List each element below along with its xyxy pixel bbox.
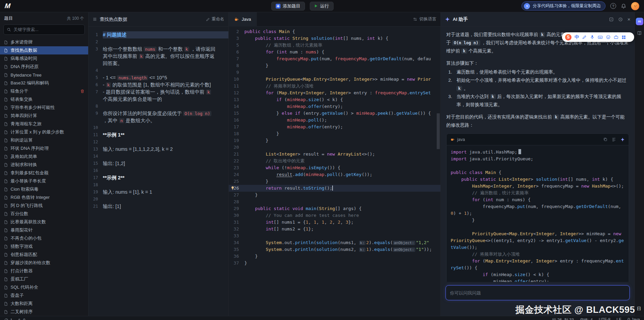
editor-line[interactable]: 22 // 取出堆中的元素 [229, 158, 440, 164]
problem-line[interactable]: 14 [88, 153, 228, 160]
ime-logo-icon[interactable]: S [565, 34, 571, 41]
editor-line[interactable]: 5 // 遍历数组，统计元素频率 [229, 42, 440, 49]
editor-line[interactable]: 16 minHeap.poll(); [229, 117, 440, 124]
sidebar-item[interactable]: 进制求和转换 [0, 161, 88, 169]
editor-line[interactable]: 31 int[] nums1 = {1, 1, 1, 2, 2, 3}; [229, 219, 440, 226]
rename-button[interactable]: 重命名 [206, 16, 225, 22]
problem-line[interactable]: 11**示例 1** [88, 131, 228, 139]
problem-line[interactable]: 21输出: [1] [88, 203, 228, 210]
editor-line[interactable]: 30 // You can add more test cases here [229, 212, 440, 219]
editor-line[interactable]: 29 public static void main(String[] args… [229, 205, 440, 212]
sidebar-item[interactable]: 壶盘子 [0, 291, 88, 300]
editor-line[interactable]: 2public class Main { [229, 28, 440, 35]
sidebar-item[interactable]: 多米诺骨牌 [0, 38, 88, 46]
editor-line[interactable]: 23 while (!minHeap.isEmpty()) { [229, 164, 440, 171]
editor-line[interactable]: 34 System.out.println(solution(nums1, k:… [229, 239, 440, 246]
sidebar-item[interactable]: Bytedance Tree [0, 71, 88, 79]
keyboard-icon[interactable] [598, 35, 603, 40]
sidebar-item[interactable]: 猜数字游戏 [0, 242, 88, 251]
problem-line[interactable]: 7- 题目数据保证答案唯一，换句话说，数组中前 k 个高频元素的集合是唯一的 [88, 89, 228, 103]
sidebar-item[interactable]: 阿 D 的飞行路线 [0, 202, 88, 210]
problems-indicator[interactable]: 1 0 [4, 318, 25, 320]
ai-chat-input[interactable] [450, 290, 625, 295]
editor-line[interactable]: 9 [229, 69, 440, 76]
sidebar-item[interactable]: 猫鱼分干 [0, 87, 88, 95]
editor-line[interactable]: 32 int[] nums2 = {1}; [229, 226, 440, 233]
editor-line[interactable]: 10 PriorityQueue<Map.Entry<Integer, Inte… [229, 76, 440, 83]
editor-line[interactable]: 12 for (Map.Entry<Integer, Integer> entr… [229, 90, 440, 96]
sidebar-item[interactable]: Cion 勒索病毒 [0, 185, 88, 193]
notes-icon[interactable] [637, 31, 642, 36]
editor-line[interactable]: 21 List<Integer> result = new ArrayList<… [229, 151, 440, 158]
editor-line[interactable]: 17 minHeap.offer(entry); [229, 124, 440, 130]
close-icon[interactable]: × [627, 17, 630, 22]
sidebar-item[interactable]: 创意标题匹配 [0, 251, 88, 259]
new-chat-icon[interactable] [609, 17, 614, 22]
user-avatar[interactable] [631, 2, 639, 10]
editor-line[interactable]: 27 } [229, 192, 440, 198]
tab-java[interactable]: Java [229, 12, 257, 27]
problem-line[interactable]: 17**示例 2** [88, 174, 228, 181]
ai-chat-inputbox[interactable] [446, 285, 630, 300]
sidebar-item[interactable]: 计算位置 x 到 y 的最少步数 [0, 128, 88, 136]
magic-apply-icon[interactable] [620, 137, 625, 142]
problem-line[interactable]: 8 [88, 103, 228, 110]
sidebar-item[interactable]: RGB 色值转 Integer [0, 193, 88, 202]
run-button[interactable]: 运行 [310, 2, 334, 11]
insert-code-icon[interactable] [612, 137, 616, 142]
editor-line[interactable]: 7 frequencyMap.put(num, frequencyMap.get… [229, 55, 440, 62]
sidebar-item[interactable]: Base32 编码和解码 [0, 79, 88, 87]
editor-line[interactable]: 25 } [229, 178, 440, 185]
sidebar-item[interactable]: 大数和距离 [0, 300, 88, 308]
problem-line[interactable]: 18 [88, 181, 228, 189]
problem-line[interactable]: 3给你一个整数数组 nums 和一个整数 k ，请你返回其中出现频率前 k 高的… [88, 46, 228, 67]
problem-line[interactable]: 4 [88, 67, 228, 74]
bell-icon[interactable] [621, 3, 626, 9]
sidebar-item[interactable]: 链表集交换 [0, 95, 88, 103]
editor-line[interactable]: 14 minHeap.offer(entry); [229, 103, 440, 110]
sidebar-item[interactable]: 字符串有多少种可能性 [0, 103, 88, 112]
sidebar-item[interactable]: 简单四则计算 [0, 112, 88, 120]
handwriting-icon[interactable] [582, 35, 587, 39]
editor-scrollbar[interactable] [437, 113, 440, 149]
problem-line[interactable]: 2 [88, 38, 228, 46]
statusbar-item[interactable]: 行 26, 列 33 [552, 317, 574, 320]
help-icon[interactable]: ? [610, 3, 616, 9]
history-icon[interactable] [618, 17, 623, 22]
statusbar-item[interactable]: LF [616, 317, 621, 320]
problem-line[interactable]: 1# 问题描述 [88, 31, 228, 38]
ai-assistant-icon[interactable]: AI [636, 18, 643, 25]
statusbar-item[interactable]: UTF-8 [599, 317, 610, 320]
sidebar-item[interactable]: 青海湖租车之旅 [0, 120, 88, 128]
editor-line[interactable]: 37} [229, 260, 440, 267]
editor-line[interactable]: 19 } [229, 137, 440, 144]
editor-line[interactable]: 28 [229, 198, 440, 205]
problem-line[interactable]: 12 [88, 139, 228, 146]
sidebar-item[interactable]: 和的逆运算 [0, 136, 88, 144]
sidebar-item[interactable]: DNA 序列还原 [0, 63, 88, 71]
editor-line[interactable]: 6 for (int num : nums) { [229, 49, 440, 55]
sidebar-item[interactable]: 蛋糕工厂 [0, 275, 88, 283]
editor-line[interactable]: 24 result.add(minHeap.poll().getKey()); [229, 171, 440, 178]
problem-line[interactable]: 5- 1 <= nums.length <= 10^5 [88, 74, 228, 81]
grid-icon[interactable] [622, 35, 626, 39]
emoji-icon[interactable] [606, 35, 611, 39]
search-input[interactable] [14, 27, 81, 32]
toolbox-icon[interactable] [614, 35, 618, 39]
sidebar-item[interactable]: 打点计数器 [0, 267, 88, 275]
sidebar-item[interactable]: 穿越沙漠的补给次数 [0, 259, 88, 267]
sidebar-item[interactable]: 环状 DNA 序列处理 [0, 144, 88, 153]
mic-icon[interactable] [590, 35, 595, 39]
sidebar-item[interactable]: 拿到最多$红包金额 [0, 169, 88, 177]
sidebar-item[interactable]: 及格如此简单 [0, 153, 88, 161]
editor-line[interactable]: 26 return result.toString(); [229, 185, 440, 192]
problem-line[interactable]: 20 [88, 196, 228, 203]
trash-icon[interactable] [80, 89, 84, 93]
editor-line[interactable]: 35 System.out.println(solution(nums2, k:… [229, 246, 440, 253]
sidebar-item[interactable]: SQL 代码补全 [0, 283, 88, 291]
sidebar-item[interactable]: 病毒感染时间 [0, 54, 88, 63]
editor-line[interactable]: 3 public static String solution(int[] nu… [229, 35, 440, 42]
editor-line[interactable]: 33 [229, 233, 440, 239]
problem-line[interactable]: 19输入: nums = [1], k = 1 [88, 189, 228, 196]
sidebar-item[interactable]: 百分位数 [0, 210, 88, 218]
